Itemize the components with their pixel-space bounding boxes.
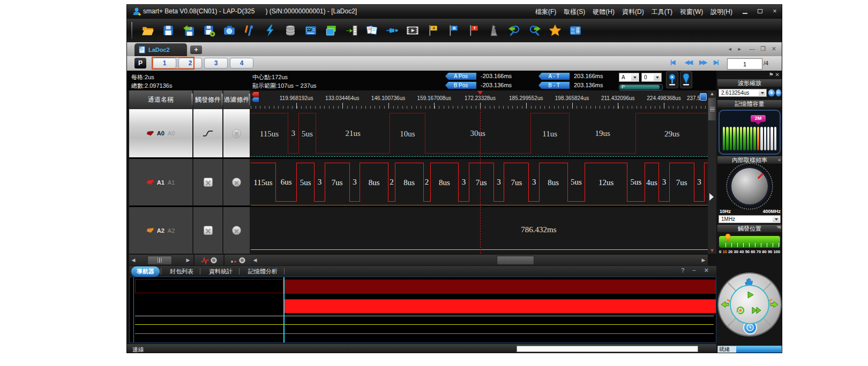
waveform-row-A1[interactable]: 115us6us5us37us38us28us28us37us37us38us5… <box>251 159 708 205</box>
scroll-up-icon[interactable]: ▲ <box>708 90 716 97</box>
toolbar-grip[interactable] <box>131 22 132 39</box>
video-record-button[interactable] <box>405 22 421 39</box>
tab-ladoc2[interactable]: LaDoc2 <box>134 43 187 56</box>
repeat-button[interactable] <box>735 305 746 316</box>
channel-name-cell[interactable]: A0A0 <box>129 109 193 157</box>
channel-row-A2[interactable]: A2A2 <box>129 207 251 254</box>
scroll-left-icon[interactable]: ◀ <box>252 255 258 265</box>
tab-scroll-left-icon[interactable]: ◂ <box>728 45 731 52</box>
connector-button[interactable] <box>384 22 400 39</box>
time-ruler[interactable]: 119.968192us133.034464us146.100736us159.… <box>251 90 708 110</box>
fast-forward-button[interactable] <box>751 306 762 315</box>
panel-tab-2[interactable]: 資料統計 <box>204 266 238 277</box>
channel-row-A1[interactable]: A1A1 <box>129 159 251 205</box>
minimize-button[interactable] <box>740 7 750 16</box>
trigger-flash-button[interactable] <box>262 22 278 39</box>
channel-scroll-thumb[interactable] <box>147 256 172 265</box>
scroll-right-icon[interactable]: ▶ <box>185 255 191 265</box>
cursor-b-offscreen-icon[interactable] <box>252 97 259 102</box>
save-as-button[interactable] <box>201 22 217 39</box>
noise-filter-button[interactable] <box>486 22 502 39</box>
search-next-button[interactable] <box>527 22 543 39</box>
search-prev-button[interactable] <box>506 22 522 39</box>
column-header-1[interactable]: 觸發條件 <box>193 90 223 109</box>
channel-scrollbar[interactable]: ◀ ▶ <box>129 255 193 265</box>
waveform-row-A2[interactable]: 786.432ms <box>251 207 708 254</box>
filter-condition-cell[interactable] <box>223 207 251 254</box>
panel-pin-icon[interactable]: ⚑ <box>769 72 774 78</box>
scroll-right-icon[interactable]: ▶ <box>700 255 707 265</box>
tab-scroll-right-icon[interactable]: ▸ <box>738 45 741 52</box>
menu-說明[interactable]: 說明(H) <box>710 8 732 16</box>
scroll-left-icon[interactable]: ◀ <box>130 255 137 265</box>
close-button[interactable]: × <box>770 7 780 16</box>
cursor-a-offscreen-icon[interactable] <box>252 92 259 97</box>
waveform-horizontal-scrollbar[interactable]: ◀ ▶ <box>251 255 708 265</box>
channel-name-cell[interactable]: A2A2 <box>129 207 193 254</box>
scroll-down-icon[interactable]: ▼ <box>708 247 716 254</box>
navigator-overview[interactable] <box>129 277 716 343</box>
navigation-wheel[interactable] <box>719 273 781 336</box>
menu-硬體[interactable]: 硬體(H) <box>593 8 615 16</box>
waveform-scroll-thumb[interactable] <box>497 256 534 265</box>
place-marker-b-button[interactable] <box>680 71 692 88</box>
play-button[interactable] <box>745 290 755 300</box>
navigator-view-cursor[interactable] <box>283 277 285 342</box>
place-marker-a-button[interactable] <box>666 71 678 88</box>
marker-right-icon[interactable] <box>700 93 707 101</box>
column-header-0[interactable]: 通道名稱 <box>129 90 193 109</box>
window-layout-button[interactable] <box>323 22 339 39</box>
trigger-condition-cell[interactable] <box>193 207 223 254</box>
save-file-button[interactable] <box>160 22 176 39</box>
filter-condition-cell[interactable] <box>223 159 251 205</box>
menu-工具[interactable]: 工具(T) <box>652 8 672 16</box>
zoom-out-button[interactable]: − <box>775 89 782 97</box>
menu-視窗[interactable]: 視窗(W) <box>680 8 703 16</box>
trigger-condition-cell[interactable] <box>193 109 223 157</box>
channel-name-cell[interactable]: A1A1 <box>129 159 193 205</box>
bottom-panel-controls[interactable]: ? − ✕ <box>681 267 712 274</box>
menu-取樣[interactable]: 取樣(S) <box>564 8 585 16</box>
mdi-minimize-icon[interactable]: — <box>749 45 755 52</box>
first-page-button[interactable]: |◀ <box>670 59 675 66</box>
new-tab-button[interactable]: + <box>190 45 202 54</box>
waveform-area[interactable]: 115us35us21us10us30us11us19us29us115us6u… <box>251 109 708 254</box>
marker-select[interactable]: A <box>619 73 639 82</box>
column-header-2[interactable]: 過濾條件 <box>223 90 251 109</box>
last-page-button[interactable]: ▶| <box>714 59 718 66</box>
expand-icon[interactable]: » <box>778 156 780 164</box>
settings-tools-button[interactable] <box>242 22 258 39</box>
sidebar-collapse-handle[interactable] <box>709 193 714 201</box>
page-button-4[interactable]: 4 <box>230 58 253 68</box>
instrument-panel-button[interactable] <box>303 22 319 39</box>
favorite-star-button[interactable] <box>547 22 563 39</box>
cursor-badge-bpos[interactable]: B Pos <box>445 82 476 89</box>
menu-檔案[interactable]: 檔案(F) <box>535 8 556 16</box>
trigger-condition-cell[interactable] <box>193 159 223 205</box>
panel-close-icon[interactable]: ✕ <box>775 72 780 78</box>
memory-capacity-widget[interactable]: 2M <box>719 110 781 155</box>
panel-tab-3[interactable]: 記憶體分析 <box>243 266 283 277</box>
prev-page-button[interactable]: ◀◀ <box>685 59 692 66</box>
page-button-3[interactable]: 3 <box>204 58 228 68</box>
panel-tab-1[interactable]: 封包列表 <box>164 266 199 277</box>
zoom-value-select[interactable]: 2.613254us <box>719 89 767 97</box>
cursor-badge-b-t[interactable]: B - T <box>538 82 570 89</box>
flag-a-button[interactable]: A <box>425 22 441 39</box>
page-number-input[interactable] <box>727 58 762 70</box>
save-back-button[interactable] <box>181 22 197 39</box>
export-file-button[interactable] <box>343 22 360 39</box>
screenshot-button[interactable] <box>221 22 237 39</box>
trigger-marker-icon[interactable] <box>477 91 483 95</box>
cursor-badge-apos[interactable]: A Pos <box>445 73 476 80</box>
filter-camera-button[interactable] <box>223 255 252 265</box>
mdi-close-icon[interactable]: ✕ <box>772 45 776 52</box>
vscroll-thumb[interactable] <box>708 98 716 120</box>
next-page-button[interactable]: ▶▶ <box>699 59 706 66</box>
binary-data-button[interactable]: 01010101 <box>567 22 583 39</box>
frequency-value-select[interactable]: 1MHz <box>719 215 781 223</box>
marker-index-select[interactable]: 0 <box>641 73 662 82</box>
mdi-restore-icon[interactable]: ❒ <box>760 45 766 52</box>
menu-資料[interactable]: 資料(D) <box>622 8 644 16</box>
waveform-row-A0[interactable]: 115us35us21us10us30us11us19us29us <box>251 109 708 157</box>
